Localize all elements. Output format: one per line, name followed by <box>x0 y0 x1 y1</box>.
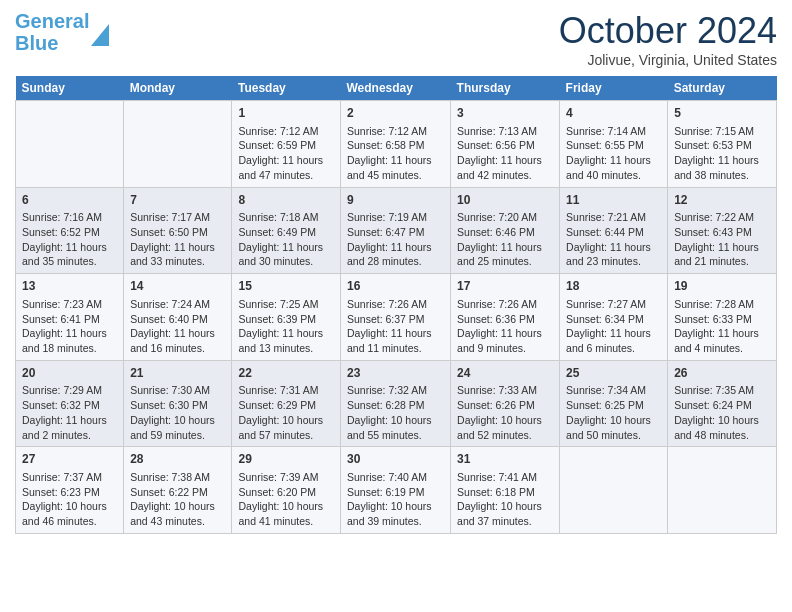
logo-general: General <box>15 10 89 32</box>
day-number: 31 <box>457 451 553 468</box>
calendar-cell: 2Sunrise: 7:12 AM Sunset: 6:58 PM Daylig… <box>340 101 450 188</box>
day-content: Sunrise: 7:38 AM Sunset: 6:22 PM Dayligh… <box>130 470 225 529</box>
day-content: Sunrise: 7:20 AM Sunset: 6:46 PM Dayligh… <box>457 210 553 269</box>
week-row-4: 20Sunrise: 7:29 AM Sunset: 6:32 PM Dayli… <box>16 360 777 447</box>
day-content: Sunrise: 7:32 AM Sunset: 6:28 PM Dayligh… <box>347 383 444 442</box>
logo-arrow-icon <box>91 24 109 46</box>
header-row: SundayMondayTuesdayWednesdayThursdayFrid… <box>16 76 777 101</box>
day-content: Sunrise: 7:22 AM Sunset: 6:43 PM Dayligh… <box>674 210 770 269</box>
logo-text: General Blue <box>15 10 89 54</box>
svg-marker-0 <box>91 24 109 46</box>
week-row-5: 27Sunrise: 7:37 AM Sunset: 6:23 PM Dayli… <box>16 447 777 534</box>
logo-blue: Blue <box>15 32 58 54</box>
calendar-header: SundayMondayTuesdayWednesdayThursdayFrid… <box>16 76 777 101</box>
day-number: 24 <box>457 365 553 382</box>
day-number: 25 <box>566 365 661 382</box>
day-number: 12 <box>674 192 770 209</box>
day-number: 29 <box>238 451 334 468</box>
calendar-cell: 12Sunrise: 7:22 AM Sunset: 6:43 PM Dayli… <box>668 187 777 274</box>
calendar-cell: 9Sunrise: 7:19 AM Sunset: 6:47 PM Daylig… <box>340 187 450 274</box>
week-row-2: 6Sunrise: 7:16 AM Sunset: 6:52 PM Daylig… <box>16 187 777 274</box>
day-header-sunday: Sunday <box>16 76 124 101</box>
calendar-cell <box>560 447 668 534</box>
day-content: Sunrise: 7:13 AM Sunset: 6:56 PM Dayligh… <box>457 124 553 183</box>
day-number: 13 <box>22 278 117 295</box>
calendar-cell <box>16 101 124 188</box>
day-content: Sunrise: 7:27 AM Sunset: 6:34 PM Dayligh… <box>566 297 661 356</box>
day-content: Sunrise: 7:25 AM Sunset: 6:39 PM Dayligh… <box>238 297 334 356</box>
day-header-thursday: Thursday <box>451 76 560 101</box>
day-content: Sunrise: 7:14 AM Sunset: 6:55 PM Dayligh… <box>566 124 661 183</box>
day-number: 14 <box>130 278 225 295</box>
calendar-cell: 20Sunrise: 7:29 AM Sunset: 6:32 PM Dayli… <box>16 360 124 447</box>
day-content: Sunrise: 7:26 AM Sunset: 6:37 PM Dayligh… <box>347 297 444 356</box>
day-content: Sunrise: 7:29 AM Sunset: 6:32 PM Dayligh… <box>22 383 117 442</box>
page: General Blue October 2024 Jolivue, Virgi… <box>0 0 792 612</box>
calendar-cell: 5Sunrise: 7:15 AM Sunset: 6:53 PM Daylig… <box>668 101 777 188</box>
calendar-cell <box>124 101 232 188</box>
day-content: Sunrise: 7:30 AM Sunset: 6:30 PM Dayligh… <box>130 383 225 442</box>
title-area: October 2024 Jolivue, Virginia, United S… <box>559 10 777 68</box>
day-number: 21 <box>130 365 225 382</box>
day-number: 20 <box>22 365 117 382</box>
logo: General Blue <box>15 10 109 54</box>
day-content: Sunrise: 7:39 AM Sunset: 6:20 PM Dayligh… <box>238 470 334 529</box>
day-content: Sunrise: 7:24 AM Sunset: 6:40 PM Dayligh… <box>130 297 225 356</box>
calendar-cell: 8Sunrise: 7:18 AM Sunset: 6:49 PM Daylig… <box>232 187 341 274</box>
day-number: 7 <box>130 192 225 209</box>
calendar-table: SundayMondayTuesdayWednesdayThursdayFrid… <box>15 76 777 534</box>
calendar-cell: 7Sunrise: 7:17 AM Sunset: 6:50 PM Daylig… <box>124 187 232 274</box>
day-number: 4 <box>566 105 661 122</box>
calendar-cell: 25Sunrise: 7:34 AM Sunset: 6:25 PM Dayli… <box>560 360 668 447</box>
day-number: 17 <box>457 278 553 295</box>
calendar-cell: 29Sunrise: 7:39 AM Sunset: 6:20 PM Dayli… <box>232 447 341 534</box>
calendar-cell: 13Sunrise: 7:23 AM Sunset: 6:41 PM Dayli… <box>16 274 124 361</box>
day-header-tuesday: Tuesday <box>232 76 341 101</box>
day-content: Sunrise: 7:33 AM Sunset: 6:26 PM Dayligh… <box>457 383 553 442</box>
calendar-cell: 21Sunrise: 7:30 AM Sunset: 6:30 PM Dayli… <box>124 360 232 447</box>
day-number: 2 <box>347 105 444 122</box>
location: Jolivue, Virginia, United States <box>559 52 777 68</box>
week-row-1: 1Sunrise: 7:12 AM Sunset: 6:59 PM Daylig… <box>16 101 777 188</box>
day-number: 9 <box>347 192 444 209</box>
day-content: Sunrise: 7:31 AM Sunset: 6:29 PM Dayligh… <box>238 383 334 442</box>
day-content: Sunrise: 7:12 AM Sunset: 6:58 PM Dayligh… <box>347 124 444 183</box>
day-number: 18 <box>566 278 661 295</box>
calendar-cell: 23Sunrise: 7:32 AM Sunset: 6:28 PM Dayli… <box>340 360 450 447</box>
day-number: 6 <box>22 192 117 209</box>
day-number: 19 <box>674 278 770 295</box>
day-number: 27 <box>22 451 117 468</box>
calendar-cell: 11Sunrise: 7:21 AM Sunset: 6:44 PM Dayli… <box>560 187 668 274</box>
day-number: 10 <box>457 192 553 209</box>
calendar-cell: 4Sunrise: 7:14 AM Sunset: 6:55 PM Daylig… <box>560 101 668 188</box>
calendar-cell: 10Sunrise: 7:20 AM Sunset: 6:46 PM Dayli… <box>451 187 560 274</box>
day-content: Sunrise: 7:41 AM Sunset: 6:18 PM Dayligh… <box>457 470 553 529</box>
calendar-cell: 19Sunrise: 7:28 AM Sunset: 6:33 PM Dayli… <box>668 274 777 361</box>
calendar-cell: 16Sunrise: 7:26 AM Sunset: 6:37 PM Dayli… <box>340 274 450 361</box>
week-row-3: 13Sunrise: 7:23 AM Sunset: 6:41 PM Dayli… <box>16 274 777 361</box>
day-number: 5 <box>674 105 770 122</box>
day-content: Sunrise: 7:21 AM Sunset: 6:44 PM Dayligh… <box>566 210 661 269</box>
day-header-friday: Friday <box>560 76 668 101</box>
day-number: 22 <box>238 365 334 382</box>
day-content: Sunrise: 7:19 AM Sunset: 6:47 PM Dayligh… <box>347 210 444 269</box>
day-number: 8 <box>238 192 334 209</box>
calendar-cell: 24Sunrise: 7:33 AM Sunset: 6:26 PM Dayli… <box>451 360 560 447</box>
day-header-monday: Monday <box>124 76 232 101</box>
day-number: 15 <box>238 278 334 295</box>
day-number: 16 <box>347 278 444 295</box>
day-content: Sunrise: 7:18 AM Sunset: 6:49 PM Dayligh… <box>238 210 334 269</box>
calendar-cell: 22Sunrise: 7:31 AM Sunset: 6:29 PM Dayli… <box>232 360 341 447</box>
day-content: Sunrise: 7:16 AM Sunset: 6:52 PM Dayligh… <box>22 210 117 269</box>
calendar-cell: 17Sunrise: 7:26 AM Sunset: 6:36 PM Dayli… <box>451 274 560 361</box>
day-number: 28 <box>130 451 225 468</box>
calendar-cell: 31Sunrise: 7:41 AM Sunset: 6:18 PM Dayli… <box>451 447 560 534</box>
calendar-cell: 18Sunrise: 7:27 AM Sunset: 6:34 PM Dayli… <box>560 274 668 361</box>
calendar-cell: 14Sunrise: 7:24 AM Sunset: 6:40 PM Dayli… <box>124 274 232 361</box>
day-content: Sunrise: 7:12 AM Sunset: 6:59 PM Dayligh… <box>238 124 334 183</box>
day-number: 11 <box>566 192 661 209</box>
day-content: Sunrise: 7:26 AM Sunset: 6:36 PM Dayligh… <box>457 297 553 356</box>
day-content: Sunrise: 7:15 AM Sunset: 6:53 PM Dayligh… <box>674 124 770 183</box>
day-header-saturday: Saturday <box>668 76 777 101</box>
calendar-cell <box>668 447 777 534</box>
